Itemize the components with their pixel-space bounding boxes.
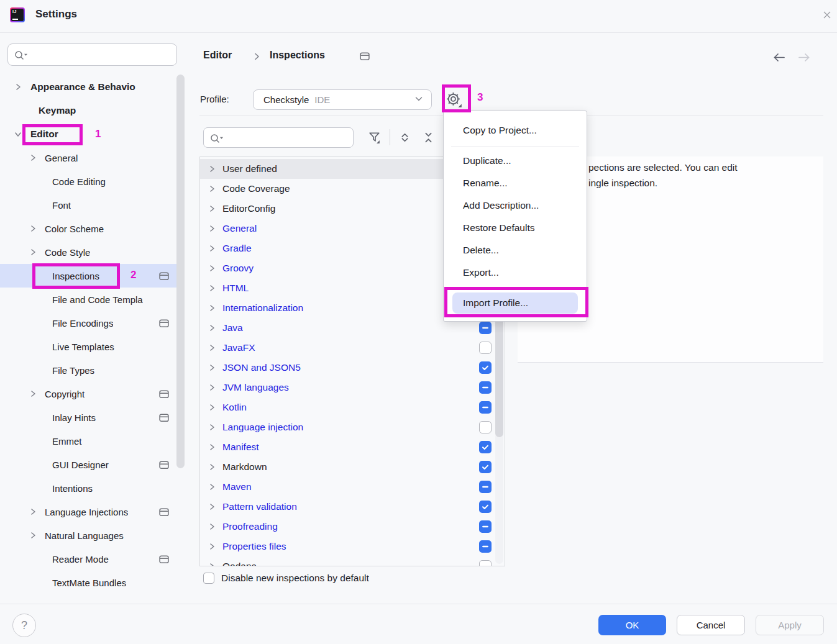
kotlin-checkbox[interactable] bbox=[479, 401, 492, 414]
sidebar-item-code-editing[interactable]: Code Editing bbox=[0, 170, 185, 193]
tree-item-language-injection[interactable]: Language injection bbox=[200, 417, 505, 437]
sidebar-item-file-types[interactable]: File Types bbox=[0, 358, 185, 382]
menu-item-delete[interactable]: Delete... bbox=[444, 239, 587, 261]
chevron-right-icon[interactable] bbox=[208, 423, 216, 432]
sidebar-item-reader-mode[interactable]: Reader Mode bbox=[0, 547, 185, 571]
sidebar-item-inlay-hints[interactable]: Inlay Hints bbox=[0, 406, 185, 429]
disable-new-inspections-checkbox[interactable] bbox=[203, 573, 214, 584]
chevron-right-icon[interactable] bbox=[208, 343, 216, 352]
chevron-right-icon[interactable] bbox=[29, 224, 37, 233]
chevron-right-icon[interactable] bbox=[208, 403, 216, 412]
chevron-right-icon[interactable] bbox=[29, 507, 37, 516]
tree-item-javafx[interactable]: JavaFX bbox=[200, 338, 505, 358]
manifest-checkbox[interactable] bbox=[479, 441, 492, 453]
sidebar-item-font[interactable]: Font bbox=[0, 193, 185, 217]
chevron-right-icon[interactable] bbox=[208, 165, 216, 173]
chevron-right-icon[interactable] bbox=[208, 443, 216, 451]
sidebar-scrollbar[interactable] bbox=[176, 75, 185, 468]
back-arrow-icon[interactable] bbox=[772, 52, 786, 65]
menu-item-rename[interactable]: Rename... bbox=[444, 172, 587, 194]
sidebar-item-natural-languages[interactable]: Natural Languages bbox=[0, 524, 185, 547]
sidebar-item-language-injections[interactable]: Language Injections bbox=[0, 500, 185, 524]
jvm-languages-checkbox[interactable] bbox=[479, 381, 492, 394]
tree-item-label: Qodana bbox=[222, 561, 257, 566]
chevron-right-icon[interactable] bbox=[208, 284, 216, 293]
json-and-json5-checkbox[interactable] bbox=[479, 361, 492, 374]
sidebar-item-gui-designer[interactable]: GUI Designer bbox=[0, 453, 185, 476]
tree-item-json-and-json5[interactable]: JSON and JSON5 bbox=[200, 358, 505, 378]
chevron-right-icon[interactable] bbox=[208, 184, 216, 193]
sidebar-item-file-encodings[interactable]: File Encodings bbox=[0, 311, 185, 335]
maven-checkbox[interactable] bbox=[479, 481, 492, 493]
tree-item-jvm-languages[interactable]: JVM languages bbox=[200, 378, 505, 397]
menu-item-export[interactable]: Export... bbox=[444, 261, 587, 284]
chevron-right-icon[interactable] bbox=[208, 542, 216, 551]
sidebar-item-general[interactable]: General bbox=[0, 146, 185, 170]
chevron-right-icon[interactable] bbox=[208, 483, 216, 491]
cancel-button[interactable]: Cancel bbox=[677, 615, 745, 635]
ok-button[interactable]: OK bbox=[598, 615, 666, 635]
chevron-down-icon[interactable] bbox=[14, 130, 22, 138]
properties-files-checkbox[interactable] bbox=[479, 540, 492, 553]
sidebar-item-copyright[interactable]: Copyright bbox=[0, 382, 185, 406]
breadcrumb-editor[interactable]: Editor bbox=[203, 50, 232, 61]
expand-all-icon[interactable] bbox=[396, 129, 413, 145]
filter-icon[interactable] bbox=[366, 129, 382, 145]
chevron-right-icon[interactable] bbox=[208, 383, 216, 392]
menu-item-duplicate[interactable]: Duplicate... bbox=[444, 150, 587, 172]
chevron-right-icon[interactable] bbox=[208, 204, 216, 213]
sidebar-item-live-templates[interactable]: Live Templates bbox=[0, 335, 185, 358]
chevron-right-icon[interactable] bbox=[208, 363, 216, 372]
menu-item-add-description[interactable]: Add Description... bbox=[444, 194, 587, 217]
qodana-checkbox[interactable] bbox=[479, 560, 492, 566]
markdown-checkbox[interactable] bbox=[479, 461, 492, 473]
chevron-right-icon[interactable] bbox=[208, 244, 216, 253]
sidebar-item-file-and-code-templa[interactable]: File and Code Templa bbox=[0, 288, 185, 311]
tree-item-manifest[interactable]: Manifest bbox=[200, 437, 505, 457]
chevron-right-icon[interactable] bbox=[29, 389, 37, 398]
sidebar-item-textmate-bundles[interactable]: TextMate Bundles bbox=[0, 571, 185, 594]
chevron-right-icon[interactable] bbox=[208, 324, 216, 332]
tree-item-proofreading[interactable]: Proofreading bbox=[200, 517, 505, 537]
proofreading-checkbox[interactable] bbox=[479, 520, 492, 533]
sidebar-item-color-scheme[interactable]: Color Scheme bbox=[0, 217, 185, 240]
chevron-right-icon[interactable] bbox=[14, 83, 22, 91]
sidebar-item-appearance-behavio[interactable]: Appearance & Behavio bbox=[0, 75, 185, 99]
settings-search-input[interactable] bbox=[7, 43, 177, 66]
chevron-right-icon[interactable] bbox=[208, 264, 216, 273]
chevron-right-icon[interactable] bbox=[208, 463, 216, 471]
apply-button[interactable]: Apply bbox=[756, 615, 824, 635]
chevron-right-icon[interactable] bbox=[208, 522, 216, 531]
sidebar-item-code-style[interactable]: Code Style bbox=[0, 240, 185, 264]
javafx-checkbox[interactable] bbox=[479, 342, 492, 354]
chevron-right-icon[interactable] bbox=[208, 562, 216, 566]
tree-item-markdown[interactable]: Markdown bbox=[200, 457, 505, 477]
chevron-right-icon[interactable] bbox=[208, 502, 216, 511]
sidebar-item-keymap[interactable]: Keymap bbox=[0, 99, 185, 122]
chevron-right-icon[interactable] bbox=[208, 304, 216, 312]
close-icon[interactable] bbox=[821, 9, 833, 22]
pattern-validation-checkbox[interactable] bbox=[479, 501, 492, 513]
tree-item-pattern-validation[interactable]: Pattern validation bbox=[200, 497, 505, 517]
collapse-all-icon[interactable] bbox=[420, 129, 436, 145]
sidebar-item-emmet[interactable]: Emmet bbox=[0, 429, 185, 453]
tree-item-qodana[interactable]: Qodana bbox=[200, 556, 505, 566]
sidebar-item-intentions[interactable]: Intentions bbox=[0, 476, 185, 500]
tree-item-maven[interactable]: Maven bbox=[200, 477, 505, 497]
tree-item-properties-files[interactable]: Properties files bbox=[200, 537, 505, 556]
chevron-right-icon[interactable] bbox=[208, 224, 216, 233]
tree-item-kotlin[interactable]: Kotlin bbox=[200, 397, 505, 417]
inspections-search-input[interactable] bbox=[203, 127, 354, 148]
language-injection-checkbox[interactable] bbox=[479, 421, 492, 433]
sidebar-item-todo[interactable]: TODO bbox=[0, 594, 185, 604]
menu-item-restore-defaults[interactable]: Restore Defaults bbox=[444, 217, 587, 239]
sidebar-item-label: Reader Mode bbox=[52, 554, 109, 565]
chevron-right-icon[interactable] bbox=[29, 531, 37, 540]
java-checkbox[interactable] bbox=[479, 322, 492, 334]
forward-arrow-icon[interactable] bbox=[797, 52, 811, 65]
profile-dropdown[interactable]: Checkstyle IDE bbox=[253, 89, 432, 110]
menu-item-copy-to-project[interactable]: Copy to Project... bbox=[444, 119, 587, 142]
chevron-right-icon[interactable] bbox=[29, 248, 37, 256]
help-icon[interactable]: ? bbox=[12, 614, 36, 637]
chevron-right-icon[interactable] bbox=[29, 153, 37, 162]
